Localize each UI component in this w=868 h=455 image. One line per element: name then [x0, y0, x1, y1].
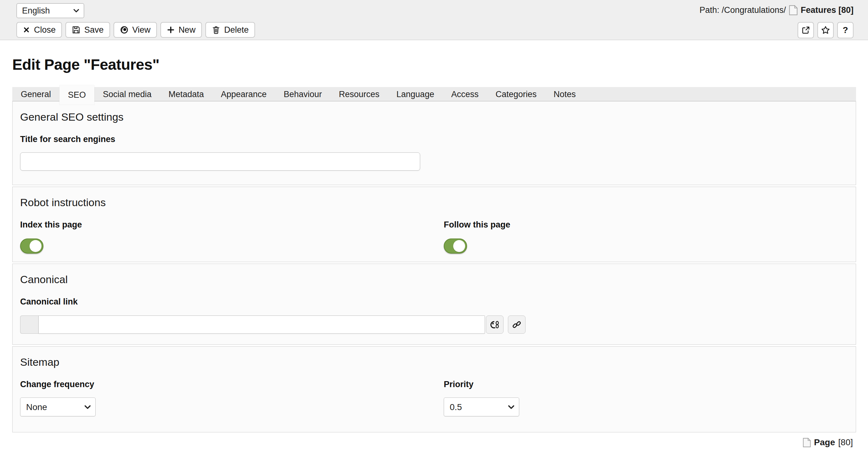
tab-metadata[interactable]: Metadata	[160, 87, 213, 101]
breadcrumb-current-page: Features [80]	[801, 5, 854, 15]
robot-instructions-heading: Robot instructions	[20, 196, 848, 209]
tab-access[interactable]: Access	[443, 87, 487, 101]
eye-icon	[120, 26, 129, 34]
tab-resources[interactable]: Resources	[330, 87, 388, 101]
general-seo-heading: General SEO settings	[20, 111, 848, 123]
insert-link-button[interactable]	[508, 316, 526, 334]
tab-seo[interactable]: SEO	[59, 85, 94, 105]
index-this-page-toggle[interactable]	[20, 238, 43, 254]
canonical-prefix-addon	[20, 316, 38, 334]
toolbar-buttons: Close Save View	[17, 22, 255, 38]
close-icon	[23, 26, 30, 34]
content-type-label: Page	[814, 437, 835, 448]
change-frequency-select[interactable]: None	[21, 398, 95, 416]
tab-general[interactable]: General	[12, 87, 59, 101]
delete-button[interactable]: Delete	[205, 22, 255, 38]
page-file-icon	[789, 5, 798, 15]
watch-link-button[interactable]	[486, 316, 503, 334]
sitemap-heading: Sitemap	[20, 356, 848, 368]
link-icon	[512, 320, 521, 329]
follow-this-page-toggle[interactable]	[444, 238, 467, 254]
new-button[interactable]: New	[160, 22, 202, 38]
close-button[interactable]: Close	[17, 22, 62, 38]
tab-behaviour[interactable]: Behaviour	[275, 87, 331, 101]
tab-social-media[interactable]: Social media	[94, 87, 160, 101]
tab-appearance[interactable]: Appearance	[212, 87, 275, 101]
index-this-page-field: Index this page	[20, 209, 444, 254]
content-id-label: [80]	[838, 437, 853, 448]
floppy-save-icon	[72, 26, 81, 34]
tab-bar: General SEO Social media Metadata Appear…	[12, 87, 856, 101]
toggle-knob	[453, 240, 465, 252]
trash-icon	[212, 26, 220, 34]
view-button[interactable]: View	[114, 22, 157, 38]
change-frequency-select-wrap: None	[20, 397, 96, 416]
change-frequency-label: Change frequency	[20, 380, 444, 389]
save-button[interactable]: Save	[65, 22, 110, 38]
priority-label: Priority	[444, 380, 848, 389]
title-for-search-engines-label: Title for search engines	[20, 134, 848, 144]
canonical-link-group	[20, 316, 848, 334]
help-button[interactable]: ?	[837, 22, 854, 38]
canonical-link-input[interactable]	[38, 316, 485, 334]
priority-select-wrap: 0.5	[444, 397, 519, 416]
follow-this-page-label: Follow this page	[444, 220, 848, 230]
top-toolbar: English Close Save	[0, 0, 868, 40]
section-general-seo: General SEO settings Title for search en…	[12, 101, 856, 185]
star-icon	[821, 26, 830, 35]
delete-button-label: Delete	[224, 25, 249, 35]
follow-this-page-field: Follow this page	[444, 209, 848, 254]
tab-language[interactable]: Language	[388, 87, 443, 101]
content-type-indicator: Page [80]	[0, 437, 853, 448]
section-robot-instructions: Robot instructions Index this page Follo…	[12, 187, 856, 262]
priority-select[interactable]: 0.5	[444, 398, 519, 416]
language-select-wrap: English	[17, 3, 84, 18]
breadcrumb: Path: /Congratulations/ Features [80]	[700, 5, 854, 15]
section-sitemap: Sitemap Change frequency None Priority 0…	[12, 346, 856, 432]
close-button-label: Close	[34, 25, 56, 35]
open-in-new-button[interactable]	[798, 22, 814, 38]
view-button-label: View	[132, 25, 151, 35]
toggle-knob	[30, 240, 41, 252]
header-action-buttons: ?	[798, 22, 854, 38]
change-frequency-field: Change frequency None	[20, 368, 444, 416]
save-button-label: Save	[84, 25, 104, 35]
breadcrumb-path: Path: /Congratulations/	[700, 5, 786, 15]
question-icon: ?	[842, 25, 848, 35]
language-select[interactable]: English	[17, 4, 84, 18]
priority-field: Priority 0.5	[444, 368, 848, 416]
index-this-page-label: Index this page	[20, 220, 444, 230]
title-for-search-engines-input[interactable]	[20, 153, 420, 171]
page-file-icon	[803, 438, 811, 448]
section-canonical: Canonical Canonical link	[12, 264, 856, 345]
tab-notes[interactable]: Notes	[545, 87, 584, 101]
page-title: Edit Page "Features"	[12, 56, 868, 73]
plus-icon	[167, 26, 175, 34]
watch-link-icon	[490, 320, 500, 329]
new-button-label: New	[179, 25, 196, 35]
tab-categories[interactable]: Categories	[487, 87, 545, 101]
favorite-button[interactable]	[817, 22, 834, 38]
canonical-heading: Canonical	[20, 273, 848, 286]
external-link-icon	[801, 26, 810, 35]
canonical-link-label: Canonical link	[20, 297, 848, 307]
